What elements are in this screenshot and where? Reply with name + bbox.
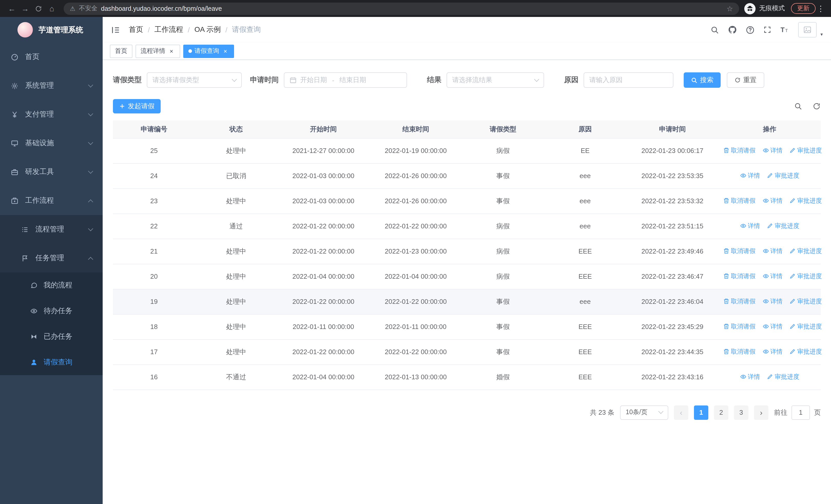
sidebar-item-todo-tasks[interactable]: 待办任务 [0,298,103,324]
approval-progress-link[interactable]: 审批进度 [790,247,822,256]
pen-icon [790,273,796,279]
table-row[interactable]: 22 通过 2022-01-22 00:00:00 2022-01-22 00:… [113,213,821,239]
breadcrumb-item-oa-example[interactable]: OA 示例 [195,25,221,34]
table-row[interactable]: 21 处理中 2022-01-22 00:00:00 2022-01-23 00… [113,239,821,264]
page-button-2[interactable]: 2 [714,405,728,420]
bookmark-star-icon[interactable]: ☆ [726,4,733,12]
table-row[interactable]: 23 处理中 2022-01-03 00:00:00 2022-01-26 00… [113,188,821,213]
search-button[interactable]: 搜索 [684,72,721,88]
user-avatar[interactable] [798,22,817,37]
approval-progress-link[interactable]: 审批进度 [790,297,822,306]
sidebar-item-leave-query[interactable]: 请假查询 [0,350,103,375]
approval-progress-link[interactable]: 审批进度 [767,222,799,231]
sidebar-item-devtools[interactable]: 研发工具 [0,157,103,186]
avatar-caret-icon[interactable]: ▾ [821,32,823,37]
cancel-leave-link[interactable]: 取消请假 [723,197,755,205]
sidebar-item-done-tasks[interactable]: 已办任务 [0,324,103,350]
table-row[interactable]: 18 处理中 2022-01-11 00:00:00 2022-01-11 00… [113,314,821,339]
create-leave-label: 发起请假 [128,101,154,111]
browser-menu-icon[interactable]: ⋮ [815,4,826,13]
sidebar-item-home[interactable]: 首页 [0,42,103,71]
date-range-picker[interactable]: 开始日期 - 结束日期 [284,72,407,88]
next-page-button[interactable]: › [754,405,768,420]
approval-progress-link[interactable]: 审批进度 [790,272,822,281]
back-icon[interactable]: ← [5,2,19,15]
approval-progress-link[interactable]: 审批进度 [767,373,799,381]
home-icon[interactable]: ⌂ [45,2,58,15]
action-label: 取消请假 [731,297,755,306]
sidebar-item-process-management[interactable]: 流程管理 [0,215,103,244]
cell-end-time: 2022-01-13 00:00:00 [370,364,462,390]
cell-leave-type: 婚假 [462,364,544,390]
page-button-3[interactable]: 3 [734,405,748,420]
github-icon[interactable] [728,25,737,34]
create-leave-button[interactable]: 发起请假 [113,99,161,113]
sidebar-item-system[interactable]: 系统管理 [0,71,103,100]
table-row[interactable]: 20 处理中 2022-01-04 00:00:00 2022-01-04 00… [113,264,821,289]
cancel-leave-link[interactable]: 取消请假 [723,247,755,256]
sidebar-item-my-processes[interactable]: 我的流程 [0,272,103,298]
table-row[interactable]: 24 已取消 2022-01-03 00:00:00 2022-01-26 00… [113,163,821,188]
font-size-icon[interactable]: TT [780,25,790,34]
approval-progress-link[interactable]: 审批进度 [790,348,822,356]
reset-button[interactable]: 重置 [727,72,764,88]
cancel-leave-link[interactable]: 取消请假 [723,272,755,281]
detail-link[interactable]: 详情 [740,373,760,381]
sidebar-item-workflow[interactable]: 工作流程 [0,186,103,215]
sidebar-item-task-management[interactable]: 任务管理 [0,244,103,272]
table-row[interactable]: 19 处理中 2022-01-22 00:00:00 2022-01-22 00… [113,289,821,314]
sidebar-item-payment[interactable]: 支付管理 [0,100,103,129]
hide-search-icon[interactable] [794,102,802,110]
cell-apply-id: 24 [113,163,195,188]
breadcrumb-item-home[interactable]: 首页 [129,25,143,34]
tab-process-detail[interactable]: 流程详情 × [136,45,180,58]
detail-link[interactable]: 详情 [740,171,760,180]
incognito-indicator: 无痕模式 [744,3,785,14]
close-tab-icon[interactable]: × [168,48,175,55]
cancel-leave-link[interactable]: 取消请假 [723,322,755,331]
breadcrumb-item-workflow[interactable]: 工作流程 [154,25,183,34]
table-row[interactable]: 17 处理中 2022-01-22 00:00:00 2022-01-22 00… [113,339,821,364]
detail-link[interactable]: 详情 [763,348,782,356]
detail-link[interactable]: 详情 [763,146,782,155]
search-icon[interactable] [711,25,719,34]
detail-link[interactable]: 详情 [763,322,782,331]
detail-link[interactable]: 详情 [740,222,760,231]
close-tab-icon[interactable]: × [222,48,229,55]
reason-input[interactable]: 请输入原因 [583,72,674,88]
detail-link[interactable]: 详情 [763,297,782,306]
tab-home[interactable]: 首页 [110,45,133,58]
update-button[interactable]: 更新 [791,3,815,14]
cancel-leave-link[interactable]: 取消请假 [723,146,755,155]
sidebar-fold-icon[interactable] [111,25,121,35]
incognito-icon [744,3,755,14]
approval-progress-link[interactable]: 审批进度 [790,197,822,205]
refresh-table-icon[interactable] [812,102,821,110]
goto-page-input[interactable]: 1 [792,405,810,420]
detail-link[interactable]: 详情 [763,247,782,256]
cancel-leave-link[interactable]: 取消请假 [723,348,755,356]
trash-icon [723,198,729,204]
table-row[interactable]: 25 处理中 2021-12-27 00:00:00 2022-01-19 00… [113,138,821,163]
cell-end-time: 2022-01-11 00:00:00 [370,314,462,339]
forward-icon[interactable]: → [19,2,32,15]
prev-page-button[interactable]: ‹ [674,405,688,420]
approval-progress-link[interactable]: 审批进度 [767,171,799,180]
result-select[interactable]: 请选择流结果 [447,72,544,88]
approval-progress-link[interactable]: 审批进度 [790,146,822,155]
detail-link[interactable]: 详情 [763,197,782,205]
reload-icon[interactable] [32,2,45,15]
page-button-1[interactable]: 1 [694,405,708,420]
address-bar[interactable]: ⚠ 不安全 dashboard.yudao.iocoder.cn/bpm/oa/… [64,2,739,14]
approval-progress-link[interactable]: 审批进度 [790,322,822,331]
detail-link[interactable]: 详情 [763,272,782,281]
help-icon[interactable] [746,25,755,34]
fullscreen-icon[interactable] [764,26,772,34]
cell-leave-type: 病假 [462,264,544,289]
leave-type-select[interactable]: 请选择请假类型 [147,72,242,88]
table-row[interactable]: 16 不通过 2022-01-04 00:00:00 2022-01-13 00… [113,364,821,390]
page-size-select[interactable]: 10条/页 [620,405,668,420]
cancel-leave-link[interactable]: 取消请假 [723,297,755,306]
tab-leave-query[interactable]: 请假查询 × [183,45,234,58]
sidebar-item-infrastructure[interactable]: 基础设施 [0,129,103,157]
